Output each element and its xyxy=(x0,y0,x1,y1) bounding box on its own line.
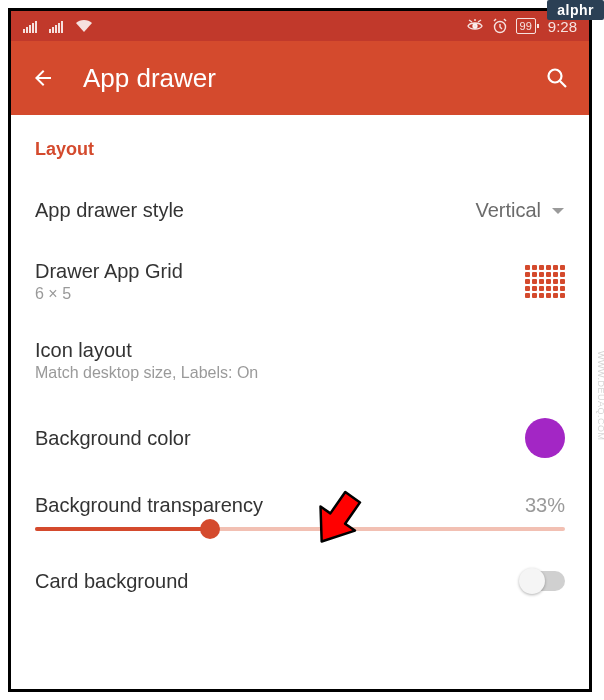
eye-off-icon xyxy=(466,19,484,33)
label-card-background: Card background xyxy=(35,570,188,593)
search-icon[interactable] xyxy=(545,66,569,90)
svg-rect-17 xyxy=(537,24,539,28)
label-background-color: Background color xyxy=(35,427,191,450)
value-background-transparency: 33% xyxy=(525,494,565,517)
alarm-icon xyxy=(492,18,508,34)
signal-icon-2 xyxy=(49,19,65,33)
svg-rect-9 xyxy=(61,21,63,33)
page-title: App drawer xyxy=(83,63,517,94)
row-card-background[interactable]: Card background xyxy=(35,549,565,613)
svg-line-11 xyxy=(469,20,472,22)
slider-fill xyxy=(35,527,210,531)
app-bar: App drawer xyxy=(11,41,589,115)
toggle-card-background[interactable] xyxy=(521,571,565,591)
label-background-transparency: Background transparency xyxy=(35,494,263,517)
watermark: WWW.DEUAQ.COM xyxy=(596,351,604,441)
slider-background-transparency[interactable] xyxy=(35,523,565,549)
label-app-drawer-style: App drawer style xyxy=(35,199,184,222)
signal-icon xyxy=(23,19,39,33)
svg-line-16 xyxy=(504,19,506,21)
row-background-transparency: Background transparency 33% xyxy=(35,476,565,523)
svg-rect-5 xyxy=(49,29,51,33)
svg-rect-2 xyxy=(29,25,31,33)
status-right: 99 9:28 xyxy=(466,18,577,35)
source-badge: alphr xyxy=(547,0,604,20)
color-swatch[interactable] xyxy=(525,418,565,458)
svg-line-15 xyxy=(494,19,496,21)
svg-rect-1 xyxy=(26,27,28,33)
svg-line-19 xyxy=(560,81,566,87)
slider-track[interactable] xyxy=(35,527,565,531)
svg-point-10 xyxy=(473,24,477,28)
label-drawer-app-grid: Drawer App Grid xyxy=(35,260,183,283)
svg-rect-8 xyxy=(58,23,60,33)
battery-icon: 99 xyxy=(516,18,540,34)
row-icon-layout[interactable]: Icon layout Match desktop size, Labels: … xyxy=(35,321,565,400)
value-app-drawer-style: Vertical xyxy=(475,199,541,222)
row-drawer-app-grid[interactable]: Drawer App Grid 6 × 5 xyxy=(35,242,565,321)
section-header-layout: Layout xyxy=(35,115,565,178)
svg-rect-3 xyxy=(32,23,34,33)
svg-rect-0 xyxy=(23,29,25,33)
row-app-drawer-style[interactable]: App drawer style Vertical xyxy=(35,178,565,242)
sub-drawer-app-grid: 6 × 5 xyxy=(35,285,183,303)
sub-icon-layout: Match desktop size, Labels: On xyxy=(35,364,258,382)
dropdown-app-drawer-style[interactable]: Vertical xyxy=(475,199,565,222)
status-time: 9:28 xyxy=(548,18,577,35)
row-background-color[interactable]: Background color xyxy=(35,400,565,476)
svg-rect-6 xyxy=(52,27,54,33)
svg-point-18 xyxy=(549,70,562,83)
chevron-down-icon xyxy=(551,199,565,222)
toggle-knob xyxy=(519,568,545,594)
svg-rect-4 xyxy=(35,21,37,33)
screenshot-frame: 99 9:28 App drawer Layout App drawer sty… xyxy=(8,8,592,692)
grid-preview-icon xyxy=(525,265,565,298)
label-icon-layout: Icon layout xyxy=(35,339,258,362)
slider-thumb[interactable] xyxy=(200,519,220,539)
status-bar: 99 9:28 xyxy=(11,11,589,41)
svg-rect-7 xyxy=(55,25,57,33)
wifi-icon xyxy=(75,19,93,33)
battery-level: 99 xyxy=(516,18,536,34)
back-arrow-icon[interactable] xyxy=(31,66,55,90)
content-area: Layout App drawer style Vertical Drawer … xyxy=(11,115,589,613)
svg-line-12 xyxy=(478,20,481,22)
status-left xyxy=(23,19,93,33)
